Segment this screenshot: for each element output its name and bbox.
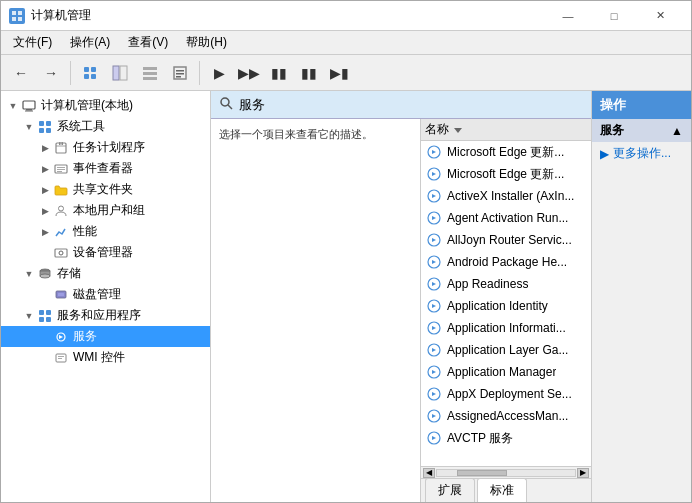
pause-button[interactable]: ▮▮: [295, 59, 323, 87]
perf-label: 性能: [73, 223, 97, 240]
list-item[interactable]: Microsoft Edge 更新...: [421, 163, 591, 185]
tab-expand[interactable]: 扩展: [425, 478, 475, 502]
event-viewer-icon: [53, 161, 69, 177]
tree-shared-folders[interactable]: ▶ 共享文件夹: [1, 179, 210, 200]
scroll-right-btn[interactable]: ▶: [577, 468, 589, 478]
tree-sys-tools[interactable]: ▼ 系统工具: [1, 116, 210, 137]
list-item[interactable]: Android Package He...: [421, 251, 591, 273]
tree-event-viewer[interactable]: ▶ 事件查看器: [1, 158, 210, 179]
show-hide-btn[interactable]: [106, 59, 134, 87]
service-icon: [425, 209, 443, 227]
menu-action[interactable]: 操作(A): [62, 32, 118, 53]
svg-rect-4: [84, 67, 89, 72]
horizontal-scrollbar[interactable]: ◀ ▶: [421, 466, 591, 478]
list-item[interactable]: App Readiness: [421, 273, 591, 295]
svc-apps-expander[interactable]: ▼: [21, 308, 37, 324]
menu-help[interactable]: 帮助(H): [178, 32, 235, 53]
services-list[interactable]: Microsoft Edge 更新... Microsoft Edge 更新..…: [421, 141, 591, 466]
task-sched-expander[interactable]: ▶: [37, 140, 53, 156]
close-button[interactable]: ✕: [637, 1, 683, 31]
root-expander[interactable]: ▼: [5, 98, 21, 114]
list-item[interactable]: Agent Activation Run...: [421, 207, 591, 229]
menu-bar: 文件(F) 操作(A) 查看(V) 帮助(H): [1, 31, 691, 55]
svg-rect-31: [57, 171, 62, 172]
tree-services[interactable]: 服务: [1, 326, 210, 347]
svg-rect-26: [59, 142, 61, 145]
tree-svc-apps[interactable]: ▼ 服务和应用程序: [1, 305, 210, 326]
svg-rect-19: [25, 110, 33, 111]
tree-root-label: 计算机管理(本地): [41, 97, 133, 114]
properties-btn[interactable]: [166, 59, 194, 87]
name-column-header[interactable]: 名称: [425, 121, 587, 138]
event-viewer-expander[interactable]: ▶: [37, 161, 53, 177]
svg-rect-11: [143, 72, 157, 75]
minimize-button[interactable]: —: [545, 1, 591, 31]
list-view-btn[interactable]: [136, 59, 164, 87]
list-item[interactable]: AssignedAccessMan...: [421, 405, 591, 427]
ops-more-icon: ▶: [600, 147, 609, 161]
ops-section: 服务 ▲: [592, 119, 691, 142]
event-viewer-label: 事件查看器: [73, 160, 133, 177]
ops-more-actions[interactable]: ▶ 更多操作...: [592, 142, 691, 165]
tree-perf[interactable]: ▶ 性能: [1, 221, 210, 242]
services-search-icon: [219, 96, 233, 113]
tree-wmi[interactable]: WMI 控件: [1, 347, 210, 368]
menu-view[interactable]: 查看(V): [120, 32, 176, 53]
service-icon: [425, 385, 443, 403]
tab-standard[interactable]: 标准: [477, 478, 527, 502]
perf-expander[interactable]: ▶: [37, 224, 53, 240]
services-panel: 服务 选择一个项目来查看它的描述。 名称: [211, 91, 591, 502]
list-item[interactable]: AppX Deployment Se...: [421, 383, 591, 405]
service-name: App Readiness: [447, 277, 528, 291]
svg-rect-29: [57, 167, 65, 168]
bottom-tabs: 扩展 标准: [421, 478, 591, 502]
list-item[interactable]: AVCTP 服务: [421, 427, 591, 449]
svg-rect-39: [58, 293, 64, 296]
sys-tools-expander[interactable]: ▼: [21, 119, 37, 135]
main-window: 计算机管理 — □ ✕ 文件(F) 操作(A) 查看(V) 帮助(H) ← →: [0, 0, 692, 503]
list-item[interactable]: Application Manager: [421, 361, 591, 383]
svg-rect-41: [46, 310, 51, 315]
service-icon: [425, 407, 443, 425]
tree-root[interactable]: ▼ 计算机管理(本地): [1, 95, 210, 116]
back-button[interactable]: ←: [7, 59, 35, 87]
sys-tools-label: 系统工具: [57, 118, 105, 135]
toolbar: ← →: [1, 55, 691, 91]
list-item[interactable]: AllJoyn Router Servic...: [421, 229, 591, 251]
service-icon: [425, 143, 443, 161]
svg-rect-46: [58, 356, 64, 357]
play-button[interactable]: ▶: [205, 59, 233, 87]
storage-expander[interactable]: ▼: [21, 266, 37, 282]
list-item[interactable]: Application Identity: [421, 295, 591, 317]
tree-storage[interactable]: ▼ 存储: [1, 263, 210, 284]
list-item[interactable]: ActiveX Installer (AxIn...: [421, 185, 591, 207]
list-item[interactable]: Application Layer Ga...: [421, 339, 591, 361]
svg-rect-2: [12, 17, 16, 21]
tree-disk-mgmt[interactable]: 磁盘管理: [1, 284, 210, 305]
up-button[interactable]: [76, 59, 104, 87]
svg-rect-17: [23, 101, 35, 109]
perf-icon: [53, 224, 69, 240]
device-label: 设备管理器: [73, 244, 133, 261]
users-expander[interactable]: ▶: [37, 203, 53, 219]
tree-local-users[interactable]: ▶ 本地用户和组: [1, 200, 210, 221]
maximize-button[interactable]: □: [591, 1, 637, 31]
skip-button[interactable]: ▶▮: [325, 59, 353, 87]
tree-task-sched[interactable]: ▶ 任务计划程序: [1, 137, 210, 158]
scroll-thumb[interactable]: [457, 470, 507, 476]
stop-button[interactable]: ▮▮: [265, 59, 293, 87]
forward-button[interactable]: →: [37, 59, 65, 87]
storage-label: 存储: [57, 265, 81, 282]
service-icon: [425, 319, 443, 337]
play2-button[interactable]: ▶▶: [235, 59, 263, 87]
list-item[interactable]: Application Informati...: [421, 317, 591, 339]
shared-expander[interactable]: ▶: [37, 182, 53, 198]
list-item[interactable]: Microsoft Edge 更新...: [421, 141, 591, 163]
menu-file[interactable]: 文件(F): [5, 32, 60, 53]
service-name: Application Informati...: [447, 321, 566, 335]
scroll-left-btn[interactable]: ◀: [423, 468, 435, 478]
tree-device-mgr[interactable]: 设备管理器: [1, 242, 210, 263]
shared-folder-icon: [53, 182, 69, 198]
scroll-track[interactable]: [436, 469, 576, 477]
service-icon: [425, 187, 443, 205]
